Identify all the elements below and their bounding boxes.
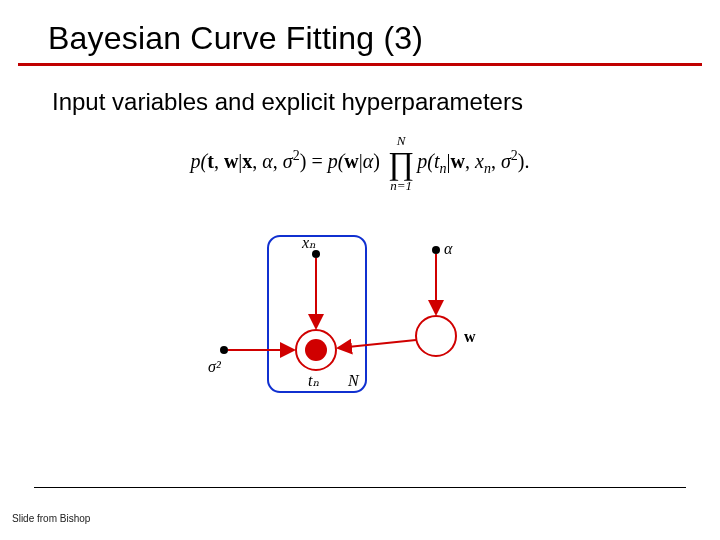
eq-c3: , bbox=[273, 150, 283, 172]
eq-x: x bbox=[242, 150, 252, 172]
eq-product: N∏n=1 bbox=[388, 134, 414, 192]
slide-subtitle: Input variables and explicit hyperparame… bbox=[0, 66, 720, 126]
eq-sq: 2 bbox=[293, 148, 300, 163]
title-container: Bayesian Curve Fitting (3) bbox=[18, 20, 702, 66]
eq-w3: w bbox=[451, 150, 465, 172]
eq-close3: ). bbox=[518, 150, 530, 172]
xn-dot bbox=[312, 250, 320, 258]
eq-prod-sym: ∏ bbox=[388, 147, 414, 179]
tn-node-inner bbox=[305, 339, 327, 361]
eq-p2: p( bbox=[328, 150, 345, 172]
equation-block: p(t, w|x, α, σ2) = p(w|α) N∏n=1p(tn|w, x… bbox=[0, 134, 720, 192]
sigma-dot bbox=[220, 346, 228, 354]
eq-w2: w bbox=[344, 150, 358, 172]
eq-p1: p( bbox=[191, 150, 208, 172]
label-sigma2: σ² bbox=[208, 358, 222, 375]
eq-alpha: α bbox=[262, 150, 273, 172]
graphical-model-diagram: xₙ α w σ² tₙ N bbox=[200, 222, 520, 422]
eq-alpha2: α bbox=[363, 150, 374, 172]
eq-eq: ) = bbox=[300, 150, 328, 172]
eq-c5: , bbox=[491, 150, 501, 172]
eq-p3: p( bbox=[417, 150, 434, 172]
eq-sq3: 2 bbox=[511, 148, 518, 163]
eq-c1: , bbox=[214, 150, 224, 172]
w-node bbox=[416, 316, 456, 356]
footer-rule bbox=[34, 487, 686, 488]
equation-text: p(t, w|x, α, σ2) = p(w|α) N∏n=1p(tn|w, x… bbox=[191, 150, 530, 172]
eq-tn-n: n bbox=[440, 161, 447, 176]
label-tn: tₙ bbox=[308, 372, 319, 389]
slide-root: Bayesian Curve Fitting (3) Input variabl… bbox=[0, 0, 720, 540]
eq-sigma3: σ bbox=[501, 150, 511, 172]
label-alpha: α bbox=[444, 240, 453, 257]
eq-close2: ) bbox=[373, 150, 385, 172]
label-xn: xₙ bbox=[301, 234, 316, 251]
eq-prod-bot: n=1 bbox=[388, 179, 414, 192]
slide-title: Bayesian Curve Fitting (3) bbox=[48, 20, 672, 57]
eq-xn-x: x bbox=[475, 150, 484, 172]
eq-w: w bbox=[224, 150, 238, 172]
eq-sigma: σ bbox=[283, 150, 293, 172]
eq-t: t bbox=[207, 150, 214, 172]
eq-c4: , bbox=[465, 150, 475, 172]
label-w: w bbox=[464, 328, 476, 345]
label-N: N bbox=[347, 372, 360, 389]
eq-xn-n: n bbox=[484, 161, 491, 176]
arrow-w-tn bbox=[338, 340, 416, 348]
attribution-text: Slide from Bishop bbox=[12, 513, 90, 524]
alpha-dot bbox=[432, 246, 440, 254]
eq-c2: , bbox=[252, 150, 262, 172]
